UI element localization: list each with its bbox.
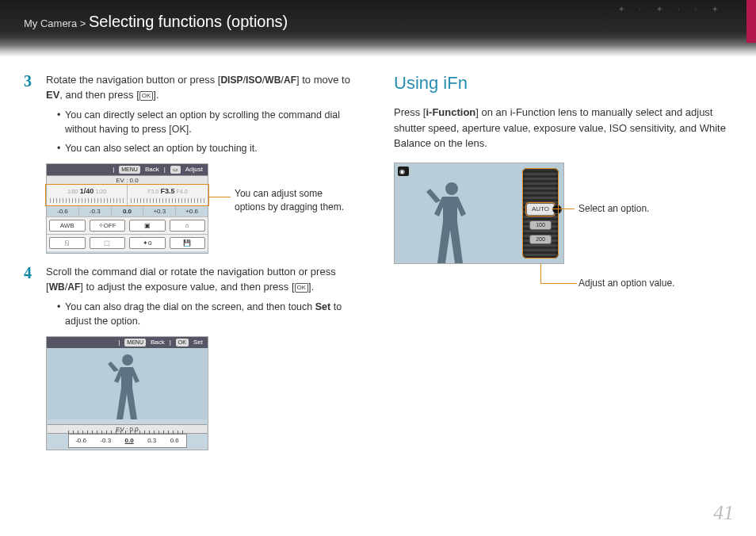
ok-icon: OK <box>139 91 154 101</box>
frame-button: ⬚ <box>90 237 126 249</box>
camera-icon: ◉ <box>399 168 405 175</box>
screenshot-topbar: | MENU Back | OK Set <box>47 337 208 348</box>
camera-screenshot-ev: | MENU Back | OK Set EV : 0.0 <box>46 336 208 450</box>
bullet: You can also drag the dial on the screen… <box>57 300 362 328</box>
ifn-illustration-wrap: ◉ AUTO 100 200 Select an option. Adjust … <box>394 163 732 313</box>
page-header: ✦ · ✦ · · ✦ My Camera > Selecting functi… <box>0 0 756 57</box>
option-row-2: ⍂ ⬚ ✦0 💾 <box>47 234 208 251</box>
screenshot-1-wrap: | MENU Back | ▭ Adjust EV : 0.0 1/80 1/4… <box>46 163 362 254</box>
ring-option-auto: AUTO <box>526 203 555 216</box>
ring-indicator-icon <box>552 205 562 214</box>
step-4-bullets: You can also drag the dial on the screen… <box>46 300 362 328</box>
scene-person <box>48 348 207 419</box>
callout-select-option: Select an option. <box>578 203 649 214</box>
crop-button: ⍂ <box>49 237 86 249</box>
menu-pill: MENU <box>124 339 146 346</box>
ifn-camera-screenshot: ◉ AUTO 100 200 <box>394 163 564 264</box>
menu-pill: MENU <box>119 166 140 174</box>
figure-silhouette <box>100 348 155 419</box>
bullet: You can directly select an option by scr… <box>57 108 362 136</box>
awb-button: AWB <box>49 220 86 232</box>
save-button: 💾 <box>170 237 206 249</box>
content-area: 3 Rotate the navigation button or press … <box>0 57 756 460</box>
area-button: ⌂ <box>170 220 206 232</box>
bullet: You can also select an option by touchin… <box>57 141 362 155</box>
breadcrumb-path: My Camera > <box>24 17 86 29</box>
adjust-pill: ▭ <box>170 166 181 174</box>
callout-line <box>552 209 575 209</box>
callout-adjust-value: Adjust an option value. <box>578 278 674 289</box>
decoration-sparkle: ✦ · ✦ · · ✦ <box>618 5 724 13</box>
breadcrumb: My Camera > Selecting functions (options… <box>24 17 288 29</box>
right-column: Using iFn Press [i-Function] on an i-Fun… <box>394 73 732 460</box>
page-number: 41 <box>713 501 734 525</box>
ok-pill: OK <box>176 339 189 346</box>
callout-line <box>540 264 541 283</box>
step-body: Rotate the navigation button or press [D… <box>46 73 362 254</box>
left-column: 3 Rotate the navigation button or press … <box>24 73 362 460</box>
metering-button: ▣ <box>129 220 166 232</box>
figure-silhouette <box>414 176 489 263</box>
section-heading-ifn: Using iFn <box>394 73 732 94</box>
ev-scale-strip: -0.6 -0.3 0.0 +0.3 +0.6 <box>47 205 208 216</box>
highlight-box <box>45 184 209 206</box>
step-4: 4 Scroll the command dial or rotate the … <box>24 265 362 450</box>
step-number: 3 <box>24 73 38 254</box>
step-3-bullets: You can directly select an option by scr… <box>46 108 362 155</box>
sharpness-button: ✦0 <box>129 237 166 249</box>
option-row-1: AWB ✧OFF ▣ ⌂ <box>47 216 208 234</box>
callout-line <box>540 283 577 284</box>
screenshot-topbar: | MENU Back | ▭ Adjust <box>47 164 208 175</box>
camera-screenshot-adjust: | MENU Back | ▭ Adjust EV : 0.0 1/80 1/4… <box>46 163 208 254</box>
ifn-paragraph: Press [i-Function] on an i-Function lens… <box>394 105 732 151</box>
callout-drag-text: You can adjust some options by dragging … <box>235 187 353 215</box>
ring-option-100: 100 <box>529 220 552 230</box>
accent-bar <box>746 0 756 43</box>
breadcrumb-current: Selecting functions (options) <box>89 13 288 30</box>
step-body: Scroll the command dial or rotate the na… <box>46 265 362 450</box>
step-3: 3 Rotate the navigation button or press … <box>24 73 362 254</box>
ok-icon: OK <box>295 283 309 293</box>
ring-option-200: 200 <box>529 235 552 244</box>
callout-line <box>208 197 231 197</box>
ev-scale-box: -0.6 -0.3 0.0 0.3 0.6 <box>68 434 187 448</box>
flash-off-button: ✧OFF <box>90 220 126 232</box>
step-number: 4 <box>24 265 38 450</box>
